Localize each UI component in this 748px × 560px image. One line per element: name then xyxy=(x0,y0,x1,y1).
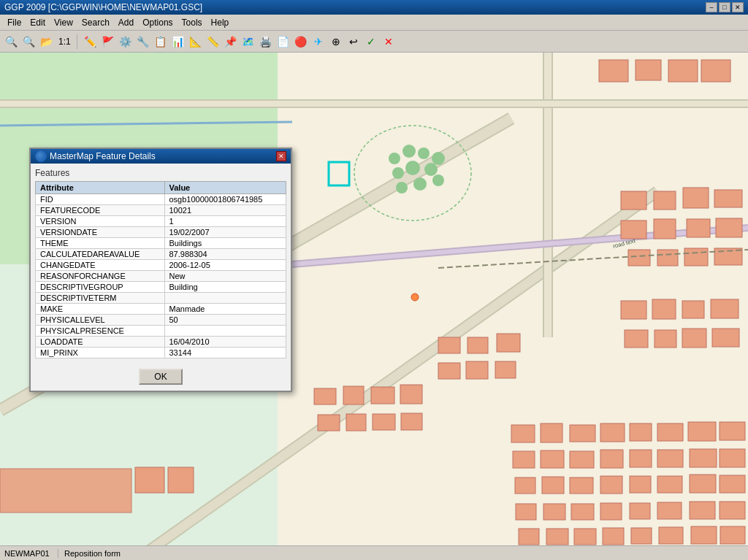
open-button[interactable]: 📂 xyxy=(38,34,54,50)
svg-rect-66 xyxy=(630,450,652,467)
tool-btn-1[interactable]: ⚙️ xyxy=(118,34,134,50)
svg-rect-60 xyxy=(688,422,716,441)
svg-rect-54 xyxy=(511,425,535,442)
tool-btn-7[interactable]: 📌 xyxy=(223,34,239,50)
tool-btn-4[interactable]: 📊 xyxy=(170,34,186,50)
svg-rect-46 xyxy=(400,385,422,404)
maximize-button[interactable]: □ xyxy=(719,2,730,12)
table-row: PHYSICALLEVEL50 xyxy=(36,315,286,326)
menu-add[interactable]: Add xyxy=(114,16,138,29)
svg-rect-57 xyxy=(600,423,625,442)
dialog-title-bar[interactable]: MasterMap Feature Details ✕ xyxy=(31,149,291,164)
svg-rect-30 xyxy=(468,337,488,353)
svg-rect-36 xyxy=(652,299,676,319)
table-row: FEATURECODE10021 xyxy=(36,205,286,216)
map-area[interactable]: road text MasterMap Feature Details ✕ Fe… xyxy=(0,53,748,545)
tool-btn-14[interactable]: ↩ xyxy=(346,34,362,50)
status-right: Reposition form xyxy=(58,549,126,558)
tool-btn-8[interactable]: 🗺️ xyxy=(240,34,256,50)
svg-rect-34 xyxy=(495,361,516,378)
value-cell: 16/04/2010 xyxy=(164,337,286,348)
svg-rect-90 xyxy=(631,528,652,544)
svg-rect-51 xyxy=(0,469,131,513)
svg-rect-73 xyxy=(600,476,622,494)
svg-rect-55 xyxy=(541,423,562,442)
tool-btn-12[interactable]: ✈ xyxy=(310,34,327,50)
attr-cell: REASONFORCHANGE xyxy=(36,271,165,282)
svg-rect-40 xyxy=(654,330,676,348)
zoom-out-button[interactable]: 🔍 xyxy=(20,34,37,50)
pencil-button[interactable]: ✏️ xyxy=(83,34,99,50)
attr-cell: PHYSICALPRESENCE xyxy=(36,326,165,337)
table-row: REASONFORCHANGENew xyxy=(36,271,286,282)
tool-btn-10[interactable]: 📄 xyxy=(275,34,291,50)
value-cell xyxy=(164,293,286,304)
svg-rect-74 xyxy=(630,476,651,493)
svg-rect-19 xyxy=(683,188,709,208)
menu-view[interactable]: View xyxy=(50,16,77,29)
col-attribute: Attribute xyxy=(36,182,165,194)
svg-rect-63 xyxy=(541,450,564,468)
svg-rect-59 xyxy=(657,423,683,441)
table-row: FIDosgb10000001806741985 xyxy=(36,194,286,205)
value-cell: Building xyxy=(164,282,286,293)
value-cell: osgb10000001806741985 xyxy=(164,194,286,205)
value-cell: 50 xyxy=(164,315,286,326)
svg-point-97 xyxy=(402,145,416,158)
svg-rect-44 xyxy=(343,386,364,404)
table-row: MAKEManmade xyxy=(36,304,286,315)
attr-cell: LOADDATE xyxy=(36,337,165,348)
svg-rect-35 xyxy=(621,301,646,319)
scale-label: 1:1 xyxy=(56,37,74,47)
menu-help[interactable]: Help xyxy=(207,16,234,29)
dialog-footer: OK xyxy=(31,363,291,391)
menu-options[interactable]: Options xyxy=(138,16,177,29)
menu-file[interactable]: File xyxy=(3,16,26,29)
table-row: VERSIONDATE19/02/2007 xyxy=(36,227,286,238)
svg-rect-49 xyxy=(373,414,395,430)
tool-btn-5[interactable]: 📐 xyxy=(188,34,204,50)
tool-btn-16[interactable]: ✕ xyxy=(381,34,397,50)
svg-rect-37 xyxy=(682,301,704,318)
table-row: VERSION1 xyxy=(36,216,286,227)
tool-btn-11[interactable]: 🔴 xyxy=(293,34,309,50)
svg-rect-48 xyxy=(346,414,366,431)
tool-btn-15[interactable]: ✓ xyxy=(363,34,379,50)
menu-search[interactable]: Search xyxy=(77,16,114,29)
zoom-in-button[interactable]: 🔍 xyxy=(3,34,19,50)
dialog-close-button[interactable]: ✕ xyxy=(276,151,286,161)
svg-rect-67 xyxy=(657,450,683,467)
svg-point-102 xyxy=(424,163,438,176)
attr-cell: DESCRIPTIVETERM xyxy=(36,293,165,304)
menu-edit[interactable]: Edit xyxy=(26,16,50,29)
close-button[interactable]: ✕ xyxy=(732,2,744,12)
tool-btn-13[interactable]: ⊕ xyxy=(328,34,344,50)
flag-button[interactable]: 🚩 xyxy=(100,34,116,50)
tool-btn-2[interactable]: 🔧 xyxy=(135,34,151,50)
attr-cell: VERSION xyxy=(36,216,165,227)
svg-rect-53 xyxy=(168,467,194,493)
tool-btn-3[interactable]: 📋 xyxy=(153,34,169,50)
svg-rect-65 xyxy=(600,450,623,468)
attr-cell: CALCULATEDAREAVALUE xyxy=(36,249,165,260)
toolbar: 🔍 🔍 📂 1:1 ✏️ 🚩 ⚙️ 🔧 📋 📊 📐 📏 📌 🗺️ 🖨️ 📄 🔴 … xyxy=(0,31,748,53)
svg-rect-18 xyxy=(654,191,676,210)
attr-cell: MI_PRINX xyxy=(36,348,165,358)
svg-rect-86 xyxy=(519,529,539,545)
svg-rect-38 xyxy=(711,299,739,318)
table-row: DESCRIPTIVEGROUPBuilding xyxy=(36,282,286,293)
svg-rect-84 xyxy=(690,502,715,519)
menu-tools[interactable]: Tools xyxy=(178,16,207,29)
tool-btn-6[interactable]: 📏 xyxy=(205,34,221,50)
tool-btn-9[interactable]: 🖨️ xyxy=(258,34,274,50)
minimize-button[interactable]: – xyxy=(706,2,717,12)
value-cell: Manmade xyxy=(164,304,286,315)
svg-rect-25 xyxy=(628,250,650,266)
svg-rect-14 xyxy=(636,60,661,80)
svg-rect-15 xyxy=(668,60,698,82)
attr-table: Attribute Value FIDosgb10000001806741985… xyxy=(35,181,286,358)
ok-button[interactable]: OK xyxy=(139,369,183,385)
svg-point-104 xyxy=(413,177,427,191)
title-text: GGP 2009 [C:\GGPWIN\HOME\NEWMAP01.GSC] xyxy=(4,2,202,12)
globe-icon xyxy=(35,150,47,162)
